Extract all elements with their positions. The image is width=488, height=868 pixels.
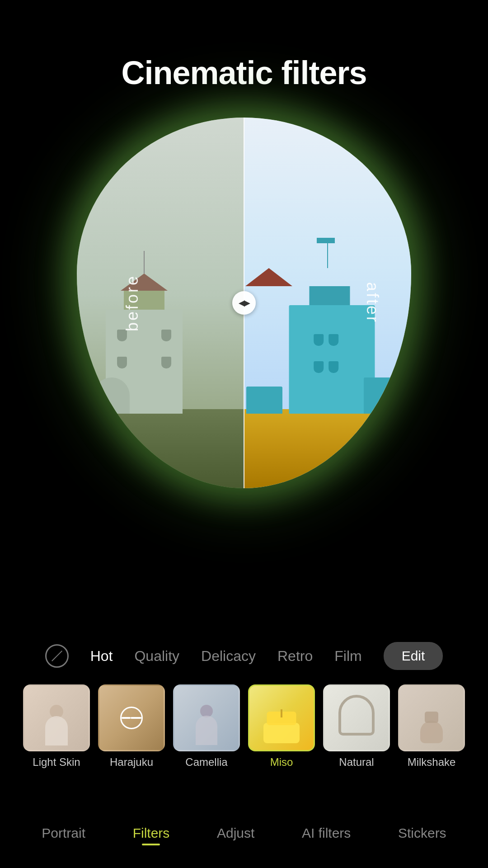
ground-before [77,409,244,488]
tab-film[interactable]: Film [334,648,361,665]
category-tabs: Hot Quality Delicacy Retro Film Edit [18,642,470,670]
nav-filters[interactable]: Filters [133,826,170,841]
filter-list: Light Skin Harajuku Camellia [5,684,483,769]
filter-thumb-miso [248,684,315,751]
page-title: Cinematic filters [0,54,488,91]
preview-container: before after [77,118,411,488]
filter-thumb-milkshake [398,684,465,751]
after-label: after [363,282,382,324]
tab-hot[interactable]: Hot [90,648,113,665]
nav-label-filters: Filters [133,826,170,841]
ground-after [244,409,411,488]
filter-thumb-camellia [173,684,240,751]
filter-item-harajuku[interactable]: Harajuku [98,684,165,769]
filter-label-lightskin: Light Skin [33,756,80,769]
nav-label-aifilters: AI filters [302,826,351,841]
tab-quality[interactable]: Quality [134,648,179,665]
filter-item-camellia[interactable]: Camellia [173,684,240,769]
divider-handle[interactable] [232,291,256,315]
nav-stickers[interactable]: Stickers [398,826,446,841]
before-side [77,118,244,488]
nav-label-stickers: Stickers [398,826,446,841]
edit-button[interactable]: Edit [384,642,443,670]
nav-label-adjust: Adjust [217,826,254,841]
filter-label-harajuku: Harajuku [110,756,153,769]
no-filter-icon[interactable] [45,644,69,668]
filter-thumb-harajuku [98,684,165,751]
before-label: before [123,274,142,331]
filter-thumb-lightskin [23,684,90,751]
bottom-nav: Portrait Filters Adjust AI filters Stick… [0,826,488,850]
filter-item-natural[interactable]: Natural [323,684,390,769]
nav-portrait[interactable]: Portrait [42,826,85,841]
filter-item-miso[interactable]: Miso [248,684,315,769]
filter-label-miso: Miso [270,756,293,769]
tab-delicacy[interactable]: Delicacy [201,648,256,665]
nav-adjust[interactable]: Adjust [217,826,254,841]
filter-toolbar: Hot Quality Delicacy Retro Film Edit Lig… [0,642,488,769]
filter-label-natural: Natural [339,756,374,769]
after-side [244,118,411,488]
filter-item-milkshake[interactable]: Milkshake [398,684,465,769]
filter-label-milkshake: Milkshake [408,756,456,769]
filter-thumb-natural [323,684,390,751]
nav-aifilters[interactable]: AI filters [302,826,351,841]
tab-retro[interactable]: Retro [277,648,313,665]
nav-active-indicator [142,844,160,845]
harajuku-icon [120,707,143,729]
filter-label-camellia: Camellia [185,756,227,769]
filter-item-lightskin[interactable]: Light Skin [23,684,90,769]
nav-label-portrait: Portrait [42,826,85,841]
